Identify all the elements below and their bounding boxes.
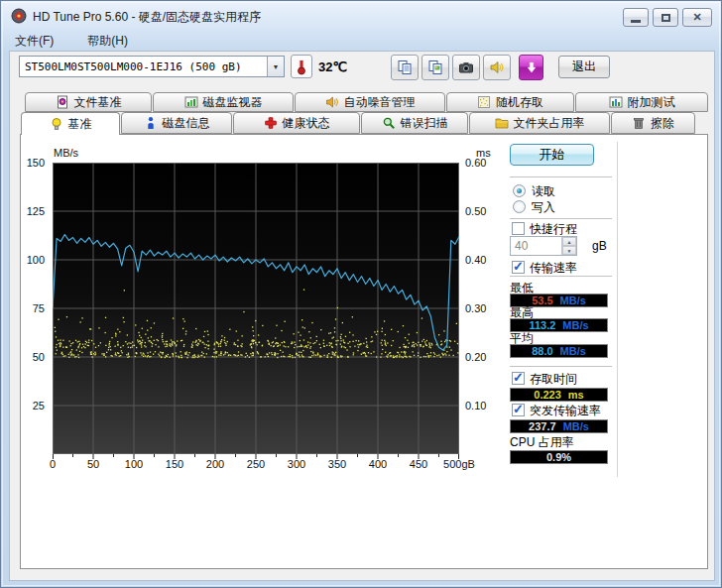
average-unit: MB/s xyxy=(560,346,586,357)
minimum-value: 53.5 xyxy=(532,295,552,306)
tab-extra-tests[interactable]: 附加测试 xyxy=(575,92,708,112)
y-right-tick-label: 0.50 xyxy=(465,205,486,217)
folder-icon xyxy=(495,116,509,130)
y-left-tick-label: 75 xyxy=(33,302,45,314)
y-right-tick-label: 0.30 xyxy=(465,302,486,314)
read-radio[interactable] xyxy=(513,184,526,197)
tab-disk-monitor[interactable]: 磁盘监视器 xyxy=(153,92,294,112)
maximum-value: 113.2 xyxy=(529,320,555,331)
app-icon xyxy=(11,8,27,24)
start-button[interactable]: 开始 xyxy=(510,144,594,166)
y-left-tick-label: 50 xyxy=(33,351,45,363)
magnifier-icon xyxy=(382,116,396,130)
x-tick-label: 100 xyxy=(125,458,143,470)
file-benchmark-icon xyxy=(56,95,69,109)
thermometer-icon xyxy=(295,58,308,75)
x-tick-label: 150 xyxy=(166,458,183,470)
y-left-tick-label: 125 xyxy=(27,205,45,217)
y-left-tick-label: 100 xyxy=(27,254,45,266)
x-axis-labels: 050100150200250300350400450500gB xyxy=(53,458,469,472)
x-tick-label: 400 xyxy=(369,458,387,470)
write-radio-label: 写入 xyxy=(532,199,555,216)
tab-error-scan[interactable]: 错误扫描 xyxy=(361,112,468,134)
write-radio[interactable] xyxy=(513,200,526,213)
x-tick-label: 450 xyxy=(410,458,427,470)
y-left-tick-label: 150 xyxy=(27,157,45,169)
copy-image-icon xyxy=(427,59,443,75)
tab-health[interactable]: 健康状态 xyxy=(233,112,360,134)
noise-speaker-icon xyxy=(325,95,339,109)
y-right-tick-label: 0.40 xyxy=(465,254,486,266)
x-tick-label: 250 xyxy=(247,458,265,470)
access-time-label: 存取时间 xyxy=(530,371,577,388)
screenshot-button[interactable] xyxy=(452,55,480,80)
trash-icon xyxy=(632,116,646,130)
menu-help[interactable]: 帮助(H) xyxy=(83,32,132,51)
x-tick-label: 300 xyxy=(288,458,305,470)
y-right-tick-label: 0.20 xyxy=(465,351,486,363)
info-icon xyxy=(144,116,158,130)
access-time-checkbox[interactable] xyxy=(512,372,525,385)
drive-select[interactable]: ST500LM0ST500LM000-1EJ16 (500 gB) ▼ xyxy=(19,56,285,77)
y-right-tick-label: 0.60 xyxy=(465,157,486,169)
benchmark-plot-svg xyxy=(53,163,459,460)
spin-down-icon[interactable]: ▼ xyxy=(562,246,576,255)
temperature-button[interactable] xyxy=(291,55,312,78)
transfer-rate-label: 传输速率 xyxy=(530,260,577,277)
menu-bar: 文件(F) 帮助(H) xyxy=(11,32,132,51)
cpu-usage-label: CPU 占用率 xyxy=(510,434,574,451)
short-stroke-value: 40 xyxy=(511,237,561,255)
chevron-down-icon[interactable]: ▼ xyxy=(267,57,284,76)
download-arrow-icon xyxy=(525,60,539,74)
tab-benchmark[interactable]: 基准 xyxy=(21,112,120,135)
title-bar[interactable]: HD Tune Pro 5.60 - 硬盘/固态硬盘实用程序 ✕ xyxy=(1,1,721,31)
left-axis-unit: MB/s xyxy=(54,147,78,159)
x-tick-label: 50 xyxy=(87,458,99,470)
disk-monitor-icon xyxy=(184,95,198,109)
short-stroke-unit: gB xyxy=(592,239,607,253)
transfer-rate-checkbox[interactable] xyxy=(512,261,525,274)
x-tick-label: 500gB xyxy=(443,458,475,470)
tab-acoustic-management[interactable]: 自动噪音管理 xyxy=(295,92,445,112)
exit-button[interactable]: 退出 xyxy=(558,56,610,78)
speaker-icon xyxy=(489,59,505,75)
cpu-usage-value: 0.9% xyxy=(546,452,571,463)
spin-up-icon[interactable]: ▲ xyxy=(562,237,576,246)
minimum-unit: MB/s xyxy=(560,295,586,306)
acoustic-management-button[interactable] xyxy=(483,55,511,80)
close-icon: ✕ xyxy=(692,12,701,23)
copy-image-button[interactable] xyxy=(421,55,449,80)
minimize-button[interactable] xyxy=(623,8,649,27)
maximum-unit: MB/s xyxy=(562,320,588,331)
tab-disk-info[interactable]: 磁盘信息 xyxy=(121,112,232,134)
copy-text-icon xyxy=(397,59,413,75)
access-time-value: 0.223 xyxy=(534,390,561,401)
maximize-button[interactable] xyxy=(653,8,678,27)
close-button[interactable]: ✕ xyxy=(682,8,712,27)
average-box: 88.0MB/s xyxy=(510,344,608,358)
burst-rate-checkbox[interactable] xyxy=(512,404,525,416)
short-stroke-stepper[interactable]: 40 ▲▼ xyxy=(510,236,577,256)
burst-rate-box: 237.7MB/s xyxy=(510,419,608,433)
access-time-unit: ms xyxy=(568,390,584,401)
tab-file-benchmark[interactable]: 文件基准 xyxy=(25,92,152,112)
minimize-icon xyxy=(631,20,641,23)
save-results-button[interactable] xyxy=(519,55,543,80)
tab-random-access[interactable]: 随机存取 xyxy=(446,92,574,112)
burst-rate-value: 237.7 xyxy=(529,421,556,432)
x-tick-label: 200 xyxy=(206,458,224,470)
window-title: HD Tune Pro 5.60 - 硬盘/固态硬盘实用程序 xyxy=(33,9,261,26)
menu-file[interactable]: 文件(F) xyxy=(11,32,58,51)
tab-erase[interactable]: 擦除 xyxy=(611,112,695,134)
benchmark-plot xyxy=(53,163,459,460)
y-right-tick-label: 0.10 xyxy=(465,400,486,412)
x-tick-label: 0 xyxy=(50,458,56,470)
cpu-usage-box: 0.9% xyxy=(510,450,608,464)
tab-folder-usage[interactable]: 文件夹占用率 xyxy=(469,112,610,134)
copy-text-button[interactable] xyxy=(391,55,419,80)
access-time-box: 0.223ms xyxy=(510,388,608,402)
drive-select-value: ST500LM0ST500LM000-1EJ16 (500 gB) xyxy=(20,60,267,73)
read-radio-label: 读取 xyxy=(532,183,555,200)
short-stroke-checkbox[interactable] xyxy=(512,222,525,235)
camera-icon xyxy=(458,59,474,75)
